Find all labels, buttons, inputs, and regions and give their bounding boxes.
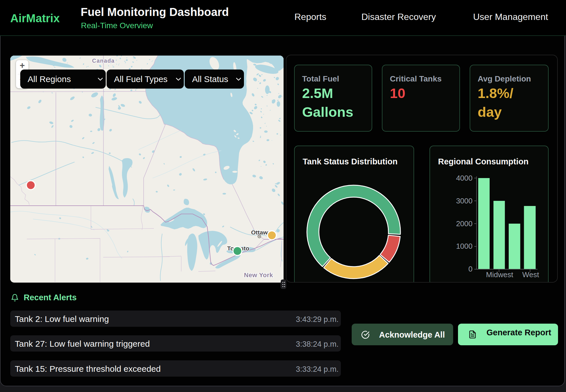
svg-text:West: West	[522, 270, 539, 279]
svg-text:0: 0	[469, 265, 473, 273]
svg-text:3000: 3000	[456, 197, 473, 205]
svg-text:New York: New York	[244, 271, 273, 279]
svg-text:4000: 4000	[456, 174, 473, 182]
svg-text:1000: 1000	[456, 242, 473, 250]
svg-text:Midwest: Midwest	[486, 270, 513, 279]
svg-text:Canada: Canada	[92, 58, 115, 64]
svg-text:2000: 2000	[456, 219, 473, 228]
